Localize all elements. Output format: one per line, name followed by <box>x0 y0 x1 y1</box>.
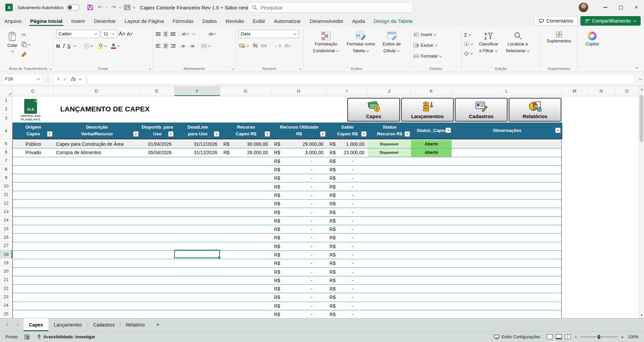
cell-currency[interactable]: R$- <box>327 259 368 267</box>
cell-status-recurso[interactable]: Disponível <box>368 140 411 148</box>
row-header-9[interactable]: 9 <box>0 173 12 182</box>
cell-currency[interactable]: R$- <box>271 251 327 259</box>
cell-descricao[interactable]: Capex para Construção de Área <box>54 140 140 148</box>
cell-empty[interactable] <box>175 225 220 233</box>
cell-empty[interactable] <box>140 293 175 301</box>
table-header-recurso[interactable]: RecursoCapex R$ <box>221 123 271 139</box>
cell-empty[interactable] <box>220 157 271 165</box>
tab-desenvolvedor[interactable]: Desenvolvedor <box>305 15 348 27</box>
cell-empty[interactable] <box>13 157 54 165</box>
table-header-deadline[interactable]: DeadLinepara Uso <box>175 123 221 139</box>
format-dropdown-icon[interactable] <box>439 55 442 57</box>
name-box[interactable]: F18 <box>2 74 43 84</box>
row-header-24[interactable]: 24 <box>0 301 12 310</box>
cell-empty[interactable] <box>452 242 561 250</box>
cell-currency[interactable]: R$- <box>327 310 368 318</box>
minimize-button[interactable] <box>598 0 613 15</box>
cell-empty[interactable] <box>411 242 452 250</box>
prev-sheet-icon[interactable] <box>6 323 9 326</box>
formula-input[interactable] <box>88 74 635 84</box>
cell-empty[interactable] <box>140 276 175 284</box>
vertical-scrollbar[interactable]: ▲ ▼ <box>639 86 644 318</box>
cell-empty[interactable] <box>411 251 452 259</box>
wrap-text-button[interactable]: ab↵ <box>209 32 217 36</box>
cell-empty[interactable] <box>411 259 452 267</box>
column-header-I[interactable]: I <box>327 86 368 96</box>
cell-empty[interactable] <box>368 285 411 293</box>
table-header-status[interactable]: StatusRecurso R$ <box>368 123 411 139</box>
confirm-icon[interactable]: ✓ <box>63 76 67 82</box>
cell-empty[interactable] <box>220 293 271 301</box>
cell-currency[interactable]: R$- <box>271 234 327 242</box>
cell-empty[interactable] <box>140 174 175 182</box>
cell-empty[interactable] <box>140 234 175 242</box>
cell-styles-button[interactable]: Estilos de Célula <box>380 30 403 56</box>
cell-currency[interactable]: R$- <box>327 191 368 199</box>
row-header-17[interactable]: 17 <box>0 242 12 250</box>
cell-observacoes[interactable] <box>452 140 561 148</box>
scroll-down-icon[interactable]: ▼ <box>639 312 644 318</box>
underline-dropdown-icon[interactable] <box>74 44 76 47</box>
row-header-8[interactable]: 8 <box>0 165 12 173</box>
filter-button-status[interactable] <box>405 131 410 137</box>
merge-dropdown-icon[interactable] <box>208 44 211 47</box>
cell-currency[interactable]: R$- <box>327 200 368 208</box>
tab-pa-gina-inicial[interactable]: Página Inicial <box>26 15 67 27</box>
cell-empty[interactable] <box>368 182 411 191</box>
column-header-M[interactable]: M <box>562 86 588 96</box>
align-middle-icon[interactable] <box>163 31 168 37</box>
tab-arquivo[interactable]: Arquivo <box>0 15 26 27</box>
alignment-dialog-launcher-icon[interactable]: ↘ <box>231 67 234 71</box>
insert-function-icon[interactable]: fx <box>71 76 75 82</box>
cell-currency[interactable]: R$- <box>327 225 368 233</box>
maximize-button[interactable] <box>613 0 629 15</box>
cell-currency[interactable]: R$- <box>327 276 368 284</box>
page-break-view-icon[interactable] <box>565 334 571 339</box>
copy-dropdown-icon[interactable] <box>28 43 31 45</box>
fill-color-dropdown-icon[interactable] <box>104 44 107 47</box>
tab-desenhar[interactable]: Desenhar <box>89 15 120 27</box>
increase-indent-icon[interactable]: → <box>187 44 194 48</box>
cell-currency[interactable]: R$- <box>327 268 368 276</box>
cell-empty[interactable] <box>140 310 175 318</box>
column-header-F[interactable]: F <box>175 86 220 96</box>
cell-empty[interactable] <box>13 293 54 301</box>
cell-currency[interactable]: R$- <box>271 174 327 182</box>
cell-empty[interactable] <box>368 310 411 318</box>
cell-currency[interactable]: R$- <box>271 157 327 165</box>
cell-empty[interactable] <box>368 302 411 310</box>
cell-empty[interactable] <box>140 182 175 191</box>
cell-empty[interactable] <box>220 285 271 293</box>
cell-empty[interactable] <box>54 208 140 216</box>
share-button[interactable]: Compartilhamento <box>580 16 641 26</box>
cell-empty[interactable] <box>220 217 271 225</box>
paste-button[interactable]: Colar <box>5 30 20 55</box>
cell-empty[interactable] <box>220 234 271 242</box>
cell-empty[interactable] <box>13 217 54 225</box>
decrease-indent-icon[interactable]: ← <box>178 44 185 48</box>
cell-currency[interactable]: R$- <box>327 208 368 216</box>
cell-currency[interactable]: R$- <box>271 225 327 233</box>
cell-empty[interactable] <box>140 285 175 293</box>
row-header-16[interactable]: 16 <box>0 233 12 241</box>
zoom-level[interactable]: 100% <box>628 335 639 339</box>
row-header-12[interactable]: 12 <box>0 199 12 207</box>
cell-empty[interactable] <box>140 302 175 310</box>
cell-empty[interactable] <box>368 259 411 267</box>
cell-currency[interactable]: R$- <box>327 234 368 242</box>
cell-empty[interactable] <box>175 310 220 318</box>
cell-currency[interactable]: R$3.000,00 <box>271 148 327 157</box>
cell-currency[interactable]: R$- <box>327 174 368 182</box>
decrease-decimal-button[interactable]: .00→ <box>284 44 292 48</box>
font-color-dropdown-icon[interactable] <box>117 44 120 47</box>
cell-empty[interactable] <box>54 285 140 293</box>
cell-currency[interactable]: R$- <box>271 268 327 276</box>
cell-empty[interactable] <box>140 259 175 267</box>
cell-currency[interactable]: R$- <box>327 285 368 293</box>
borders-button[interactable] <box>83 43 94 49</box>
row-header-18[interactable]: 18 <box>0 250 12 259</box>
cell-currency[interactable]: R$- <box>327 293 368 301</box>
cell-empty[interactable] <box>13 174 54 182</box>
cell-empty[interactable] <box>368 200 411 208</box>
row-header-21[interactable]: 21 <box>0 276 12 284</box>
